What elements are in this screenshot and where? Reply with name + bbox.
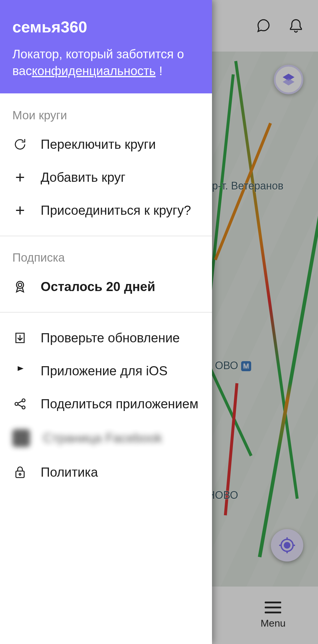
download-icon [12,330,28,346]
drawer-header: семья360 Локатор, который заботится о ва… [0,0,212,93]
menu-join-circle[interactable]: + Присоединиться к кругу? [0,194,212,227]
section-label-subscription: Подписка [0,245,212,270]
menu-item-label: Переключить круги [41,137,156,152]
menu-item-label: Поделиться приложением [41,397,198,411]
menu-item-label: Добавить круг [41,170,125,185]
menu-add-circle[interactable]: + Добавить круг [0,161,212,194]
menu-item-label: Страница Facebook [43,431,162,445]
social-icon [12,429,30,447]
lock-icon [12,465,28,480]
award-icon [12,279,28,294]
app-title: семья360 [12,18,200,36]
menu-item-label: Политика [41,465,98,480]
menu-item-label: Приложение для iOS [41,364,168,378]
navigation-drawer: семья360 Локатор, который заботится о ва… [0,0,212,644]
plus-icon: + [12,203,28,218]
flag-icon [12,363,28,379]
section-label-circles: Мои круги [0,93,212,128]
menu-item-label: Присоединиться к кругу? [41,203,191,218]
svg-rect-11 [16,471,24,478]
menu-share-app[interactable]: Поделиться приложением [0,387,212,420]
svg-point-6 [16,281,24,288]
refresh-icon [12,137,28,152]
menu-ios-app[interactable]: Приложение для iOS [0,354,212,387]
svg-point-7 [18,283,22,287]
svg-point-12 [19,473,21,475]
menu-subscription-days[interactable]: Осталось 20 дней [0,270,212,303]
menu-item-label: Осталось 20 дней [41,279,155,294]
menu-item-label: Проверьте обновление [41,331,180,345]
plus-icon: + [12,170,28,185]
menu-switch-circles[interactable]: Переключить круги [0,128,212,161]
menu-check-update[interactable]: Проверьте обновление [0,321,212,354]
menu-policy[interactable]: Политика [0,456,212,489]
menu-blurred-item[interactable]: Страница Facebook [0,420,212,456]
privacy-link[interactable]: конфиденциальность [32,64,155,78]
divider [0,312,212,313]
share-icon [12,396,28,412]
app-tagline: Локатор, который заботится о васконфиден… [12,46,200,79]
divider [0,236,212,236]
